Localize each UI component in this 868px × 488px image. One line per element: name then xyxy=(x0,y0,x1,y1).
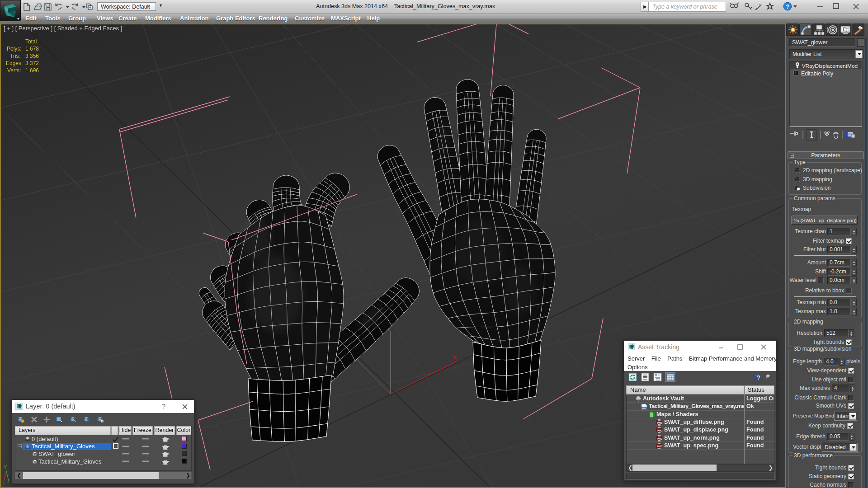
svg-text:PNG: PNG xyxy=(657,429,662,432)
svg-text:?: ? xyxy=(769,374,772,381)
svg-text:?: ? xyxy=(757,374,760,381)
svg-text:PNG: PNG xyxy=(657,437,662,440)
svg-text:MAX: MAX xyxy=(642,408,646,410)
svg-text:PNG: PNG xyxy=(657,421,662,424)
svg-text:PNG: PNG xyxy=(657,445,662,447)
svg-text:Y: Y xyxy=(4,465,7,470)
svg-text:X: X xyxy=(453,355,457,360)
svg-text:?: ? xyxy=(786,3,789,10)
